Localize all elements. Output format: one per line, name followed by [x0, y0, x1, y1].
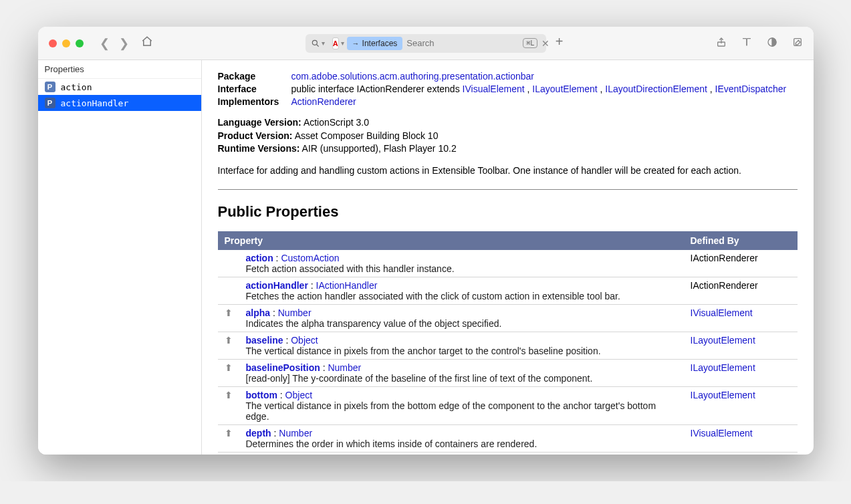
lang-version-label: Language Version: [218, 117, 301, 128]
app-window: ❮ ❯ ▾ A ▾ → Interfaces ⌘L ✕ + [38, 27, 814, 455]
property-type-link[interactable]: CustomAction [281, 253, 339, 263]
property-type-link[interactable]: Number [328, 362, 361, 373]
property-type-link[interactable]: Number [278, 307, 312, 318]
forward-button[interactable]: ❯ [119, 36, 129, 51]
table-row: ⬆designLayer : DesignLayerIVisualElement [218, 452, 798, 455]
property-name-link[interactable]: depth [246, 428, 271, 438]
body-area: Properties PactionPactionHandler Package… [38, 60, 814, 455]
section-title: Public Properties [218, 203, 798, 221]
close-window-button[interactable] [49, 39, 57, 47]
interface-label: Interface [218, 84, 291, 94]
sidebar-item-label: actionHandler [61, 98, 129, 108]
svg-line-1 [316, 44, 318, 46]
defined-by-cell: IActionRenderer [684, 277, 798, 304]
share-icon[interactable] [716, 37, 727, 50]
inherited-marker: ⬆ [218, 359, 239, 386]
property-type-link[interactable]: IActionHandler [316, 280, 378, 291]
property-description: The vertical distance in pixels from the… [246, 400, 656, 422]
product-version-value: Asset Composer Building Block 10 [295, 130, 439, 141]
traffic-lights [49, 39, 84, 47]
property-cell: baselinePosition : Number[read-only] The… [239, 359, 684, 386]
defined-by[interactable]: ILayoutElement [691, 335, 755, 346]
defined-by[interactable]: IVisualElement [691, 428, 753, 438]
defined-by: IActionRenderer [691, 280, 758, 291]
content-area[interactable]: Package com.adobe.solutions.acm.authorin… [202, 60, 814, 455]
search-icon[interactable]: ▾ [308, 39, 330, 48]
defined-by-cell: IActionRenderer [684, 250, 798, 277]
docset-badge[interactable]: A [332, 37, 339, 49]
property-description: [read-only] The y-coordinate of the base… [246, 373, 593, 384]
implementor-link[interactable]: ActionRenderer [291, 96, 356, 107]
property-name-link[interactable]: alpha [246, 307, 271, 318]
property-icon: P [45, 98, 55, 108]
property-name-link[interactable]: baseline [246, 335, 283, 346]
property-type-link[interactable]: Object [285, 390, 312, 400]
defined-by-cell: ILayoutElement [684, 332, 798, 359]
minimize-window-button[interactable] [62, 39, 70, 47]
property-name-link[interactable]: action [246, 253, 273, 263]
sidebar-item-action[interactable]: Paction [38, 79, 201, 95]
contrast-icon[interactable] [767, 37, 777, 50]
property-cell: actionHandler : IActionHandlerFetches th… [239, 277, 684, 304]
inherited-marker: ⬆ [218, 386, 239, 424]
docset-dropdown-icon[interactable]: ▾ [341, 39, 344, 47]
extends-link[interactable]: IVisualElement [463, 84, 525, 94]
table-row: ⬆baselinePosition : Number[read-only] Th… [218, 359, 798, 386]
defined-by[interactable]: IVisualElement [691, 307, 753, 318]
zoom-window-button[interactable] [76, 39, 84, 47]
defined-by-cell: IVisualElement [684, 304, 798, 332]
extends-link[interactable]: ILayoutElement [532, 84, 597, 94]
sidebar-item-actionHandler[interactable]: PactionHandler [38, 95, 201, 111]
filter-chip-interfaces[interactable]: → Interfaces [347, 37, 403, 50]
defined-by[interactable]: ILayoutElement [691, 390, 755, 400]
inherit-arrow-icon: ⬆ [225, 307, 233, 318]
property-type-link[interactable]: Number [279, 428, 312, 438]
clear-search-button[interactable]: ✕ [537, 38, 554, 49]
home-button[interactable] [141, 35, 153, 51]
package-link[interactable]: com.adobe.solutions.acm.authoring.presen… [291, 71, 534, 82]
property-cell: alpha : NumberIndicates the alpha transp… [239, 304, 684, 332]
sidebar-item-label: action [61, 82, 92, 92]
inherit-arrow-icon: ⬆ [225, 335, 233, 346]
property-description: Determines the order in which items insi… [246, 438, 537, 449]
property-name-link[interactable]: actionHandler [246, 280, 308, 291]
inherited-marker: ⬆ [218, 332, 239, 359]
inherited-marker: ⬆ [218, 452, 239, 455]
properties-table: Property Defined By action : CustomActio… [218, 231, 798, 455]
inherit-arrow-icon: ⬆ [225, 362, 233, 373]
titlebar: ❮ ❯ ▾ A ▾ → Interfaces ⌘L ✕ + [38, 27, 814, 60]
table-row: action : CustomActionFetch action associ… [218, 250, 798, 277]
inherit-arrow-icon: ⬆ [225, 390, 233, 400]
edit-icon[interactable] [792, 37, 803, 50]
property-name-link[interactable]: bottom [246, 390, 277, 400]
implementors-value: ActionRenderer [291, 96, 798, 107]
back-button[interactable]: ❮ [100, 36, 110, 51]
implementors-label: Implementors [218, 96, 291, 107]
property-icon: P [45, 82, 55, 92]
table-row: ⬆baseline : ObjectThe vertical distance … [218, 332, 798, 359]
extends-link[interactable]: ILayoutDirectionElement [605, 84, 707, 94]
interface-description: Interface for adding and handling custom… [218, 165, 798, 176]
keyboard-hint: ⌘L [523, 38, 537, 48]
nav-arrows: ❮ ❯ [100, 36, 129, 51]
divider [218, 189, 798, 190]
property-description: Fetch action associated with this handle… [246, 263, 455, 274]
table-row: ⬆depth : NumberDetermines the order in w… [218, 424, 798, 452]
sidebar: Properties PactionPactionHandler [38, 60, 202, 455]
search-input[interactable] [402, 38, 523, 48]
defined-by-cell: IVisualElement [684, 424, 798, 452]
new-tab-button[interactable]: + [556, 34, 564, 53]
property-name-link[interactable]: baselinePosition [246, 362, 320, 373]
version-block: Language Version: ActionScript 3.0 Produ… [218, 116, 798, 156]
arrow-right-icon: → [352, 39, 360, 47]
runtime-version-value: AIR (unsupported), Flash Player 10.2 [302, 143, 457, 154]
property-cell: baseline : ObjectThe vertical distance i… [239, 332, 684, 359]
extends-link[interactable]: IEventDispatcher [715, 84, 787, 94]
book-icon[interactable] [741, 37, 752, 50]
property-cell: depth : NumberDetermines the order in wh… [239, 424, 684, 452]
inherit-arrow-icon: ⬆ [225, 428, 233, 438]
runtime-version-label: Runtime Versions: [218, 143, 300, 154]
svg-point-0 [312, 40, 317, 45]
property-type-link[interactable]: Object [291, 335, 318, 346]
defined-by[interactable]: ILayoutElement [691, 362, 755, 373]
